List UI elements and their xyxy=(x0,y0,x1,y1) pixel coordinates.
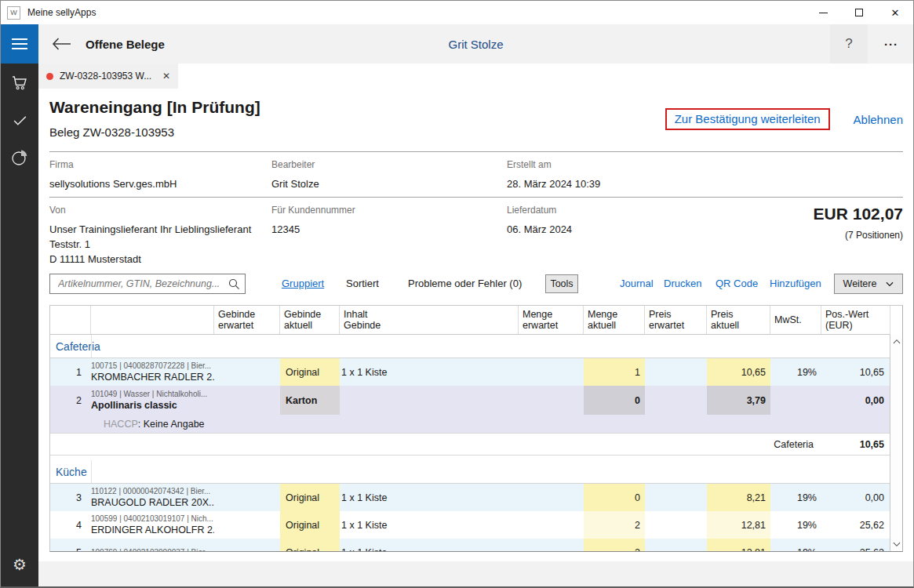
cell-preis-erwartet xyxy=(645,511,707,539)
article-name: Apollinaris classic xyxy=(91,400,177,412)
search-input[interactable] xyxy=(56,278,228,290)
sidebar-item-settings[interactable]: ⚙ xyxy=(1,549,38,586)
scroll-up-button[interactable] xyxy=(893,335,901,348)
column-header: Gebinde erwartet xyxy=(214,306,280,334)
cell-menge-erwartet xyxy=(519,511,584,539)
field-firma: Firma sellysolutions Serv.ges.mbH xyxy=(49,159,271,191)
column-header: Inhalt Gebinde xyxy=(340,306,519,334)
cell-gebinde-aktuell[interactable]: Karton xyxy=(280,386,340,415)
field-erstellt-am: Erstellt am 28. März 2024 10:39 xyxy=(507,159,758,191)
cell-pos-wert: 0,00 xyxy=(821,484,890,511)
help-icon: ? xyxy=(845,36,852,52)
tab-document[interactable]: ZW-0328-103953 W... ✕ xyxy=(38,64,178,89)
article-code: 100599 | 04002103019107 | Nich... xyxy=(91,514,213,524)
cell-preis-aktuell-wrap: 12,81 xyxy=(707,539,770,551)
sidebar-item-reports[interactable] xyxy=(1,139,38,176)
search-field[interactable] xyxy=(49,274,246,294)
journal-link[interactable]: Journal xyxy=(620,274,654,294)
sidebar-item-tasks[interactable] xyxy=(1,101,38,139)
cell-preis-aktuell[interactable]: 8,21 xyxy=(707,484,770,511)
close-button[interactable]: ✕ xyxy=(877,1,913,24)
sidebar-item-cart[interactable] xyxy=(1,64,38,101)
qr-code-link[interactable]: QR Code xyxy=(716,274,758,294)
help-button[interactable]: ? xyxy=(830,24,868,64)
filter-sorted-link[interactable]: Sortiert xyxy=(346,274,379,294)
cell-gebinde-erwartet xyxy=(214,511,280,539)
column-header xyxy=(91,306,214,334)
scroll-down-icon xyxy=(893,542,901,547)
table-row[interactable]: 2101049 | Wasser | Nichtalkoholi...Apoll… xyxy=(50,386,890,415)
cell-menge-aktuell[interactable]: 0 xyxy=(584,484,645,511)
cell-gebinde-aktuell[interactable]: Original xyxy=(280,511,340,539)
cell-menge-aktuell[interactable]: 1 xyxy=(584,358,645,386)
gear-icon: ⚙ xyxy=(13,555,27,574)
field-lieferdatum: Lieferdatum 06. März 2024 xyxy=(507,205,758,267)
cell-inhalt-gebinde: 1 x 1 Kiste xyxy=(340,358,519,386)
cell-gebinde-erwartet xyxy=(214,386,280,415)
cell-mwst: 19% xyxy=(770,358,821,386)
print-link[interactable]: Drucken xyxy=(664,274,701,294)
group-header: Cafeteria xyxy=(50,335,890,358)
tab-close-icon[interactable]: ✕ xyxy=(162,71,170,82)
tools-button[interactable]: Tools xyxy=(545,274,578,293)
add-link[interactable]: Hinzufügen xyxy=(770,274,821,294)
maximize-button[interactable] xyxy=(841,1,877,24)
table-row[interactable]: 1100715 | 04008287072228 | Bier...KROMBA… xyxy=(50,358,890,386)
ellipsis-icon: ··· xyxy=(884,38,898,51)
column-header: MwSt. xyxy=(770,306,821,334)
cell-gebinde-aktuell[interactable]: Original xyxy=(280,358,340,386)
hamburger-menu-button[interactable] xyxy=(1,24,38,64)
cell-menge-aktuell[interactable]: 0 xyxy=(584,386,645,415)
minimize-button[interactable] xyxy=(805,1,841,24)
cell-menge-erwartet xyxy=(519,386,584,415)
cell-menge-erwartet xyxy=(519,358,584,386)
table-scrollbar[interactable] xyxy=(890,335,902,551)
cell-gebinde-aktuell[interactable]: Original xyxy=(280,484,340,511)
back-button[interactable] xyxy=(51,37,71,51)
tab-label: ZW-0328-103953 W... xyxy=(60,71,156,82)
article-code: 101049 | Wasser | Nichtalkoholi... xyxy=(91,390,207,399)
footer-bar xyxy=(38,561,913,586)
cell-preis-aktuell[interactable]: 10,65 xyxy=(707,358,770,386)
cell-preis-erwartet xyxy=(645,484,707,511)
reject-link[interactable]: Ablehnen xyxy=(854,113,903,126)
forward-for-confirmation-link[interactable]: Zur Bestätigung weiterleiten xyxy=(675,112,821,125)
table-row[interactable]: 5100769 | 04002103000037 | Bier...Origin… xyxy=(50,539,890,551)
cell-pos-wert: 0,00 xyxy=(821,386,890,415)
cell-preis-aktuell[interactable]: 12,81 xyxy=(707,511,770,539)
cell-gebinde-aktuell-wrap: Original xyxy=(280,511,340,539)
document-title: Wareneingang [In Prüfung] xyxy=(49,98,260,117)
document-total: EUR 102,07 (7 Positionen) xyxy=(814,205,903,241)
row-number: 4 xyxy=(50,511,91,539)
cell-pos-wert: 10,65 xyxy=(821,358,890,386)
table-row[interactable]: 3110122 | 00000042074342 | Bier...BRAUGO… xyxy=(50,484,890,511)
ellipsis-button[interactable]: ··· xyxy=(874,24,909,64)
column-header: Pos.-Wert (EUR) xyxy=(821,306,890,334)
article-cell: 100769 | 04002103000037 | Bier... xyxy=(91,539,214,551)
app-window: W Meine sellyApps ✕ xyxy=(0,0,914,588)
filter-grouped-link[interactable]: Gruppiert xyxy=(282,274,324,294)
field-value: 12345 xyxy=(271,222,507,237)
field-label: Bearbeiter xyxy=(271,159,507,170)
cell-preis-aktuell[interactable]: 3,79 xyxy=(707,386,770,415)
cell-gebinde-erwartet xyxy=(214,539,280,551)
cell-preis-aktuell-wrap: 3,79 xyxy=(707,386,770,415)
cell-gebinde-erwartet xyxy=(214,358,280,386)
cell-menge-aktuell[interactable]: 2 xyxy=(584,511,645,539)
search-icon xyxy=(228,278,240,290)
cell-preis-aktuell[interactable]: 12,81 xyxy=(707,539,770,551)
cell-preis-aktuell-wrap: 10,65 xyxy=(707,358,770,386)
cell-mwst: 19% xyxy=(770,539,821,551)
cell-menge-aktuell-wrap: 0 xyxy=(584,484,645,511)
cell-menge-aktuell[interactable]: 2 xyxy=(584,539,645,551)
field-value: 28. März 2024 10:39 xyxy=(507,176,758,191)
cell-gebinde-aktuell-wrap: Original xyxy=(280,484,340,511)
scroll-down-button[interactable] xyxy=(893,538,901,551)
column-header: Preis aktuell xyxy=(707,306,770,334)
divider xyxy=(49,151,903,152)
cell-gebinde-aktuell[interactable]: Original xyxy=(280,539,340,551)
cell-gebinde-aktuell-wrap: Original xyxy=(280,539,340,551)
problems-errors-link[interactable]: Probleme oder Fehler (0) xyxy=(408,274,522,294)
table-row[interactable]: 4100599 | 04002103019107 | Nich...ERDING… xyxy=(50,511,890,539)
more-dropdown-button[interactable]: Weitere xyxy=(834,274,903,294)
